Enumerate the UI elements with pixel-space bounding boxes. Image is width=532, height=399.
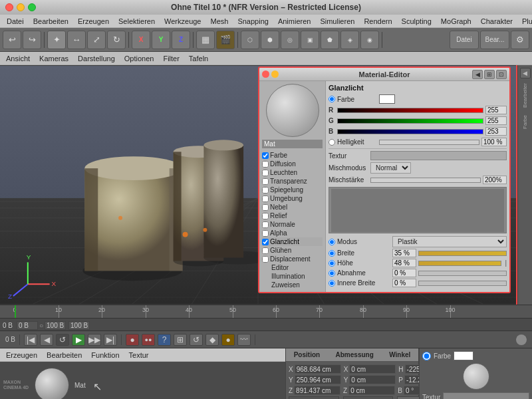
me-inner-value[interactable]	[392, 279, 416, 287]
me-bright-value[interactable]	[481, 138, 507, 146]
tr-goto-start[interactable]: |◀	[24, 334, 37, 346]
ch-illumination[interactable]: Illumination	[262, 272, 323, 281]
me-farbe-radio[interactable]	[329, 96, 335, 102]
menu-datei[interactable]: Datei	[3, 17, 28, 26]
me-width-radio[interactable]	[329, 250, 335, 257]
me-min-btn[interactable]	[271, 70, 279, 78]
me-mixmode-select[interactable]: Normal	[370, 162, 411, 174]
tr-play-btn[interactable]: ▶	[72, 334, 85, 346]
me-r-value[interactable]	[485, 106, 507, 114]
tr-motion-btn[interactable]: 〰	[237, 334, 251, 346]
ch-diffusion-check[interactable]	[262, 161, 269, 168]
menu-selektieren[interactable]: Selektieren	[114, 17, 159, 26]
menu-bearbeiten[interactable]: Bearbeiten	[29, 17, 72, 26]
tb2-filter[interactable]: Filter	[160, 54, 182, 63]
ch-glanzlicht[interactable]: Glanzlicht	[262, 237, 323, 246]
me-textur-slot[interactable]	[370, 151, 507, 160]
obj7-btn[interactable]: ◉	[360, 31, 379, 49]
me-falloff-slider[interactable]	[418, 271, 507, 276]
ch-zuweisen[interactable]: Zuweisen	[262, 281, 323, 289]
tb2-darstellung[interactable]: Darstellung	[74, 54, 118, 63]
tr-keyframe-btn[interactable]: ◆	[205, 334, 219, 346]
tb2-optionen[interactable]: Optionen	[121, 54, 158, 63]
pos-z-input[interactable]	[294, 386, 340, 395]
tr-rec2-btn[interactable]: ●●	[142, 334, 155, 346]
tr-loop-btn[interactable]: ↺	[190, 334, 203, 346]
menu-werkzeuge[interactable]: Werkzeuge	[160, 17, 205, 26]
me-height-radio[interactable]	[329, 260, 335, 267]
ch-nebel[interactable]: Nebel	[262, 203, 323, 211]
close-button[interactable]	[5, 3, 13, 11]
pos-xsize-input[interactable]	[349, 364, 396, 374]
ch-spiegel-check[interactable]	[262, 187, 269, 194]
me-nav-left-icon[interactable]: ◀	[472, 70, 483, 79]
scale-btn[interactable]: ⤢	[87, 31, 106, 49]
maximize-button[interactable]	[28, 3, 36, 11]
obj1-btn[interactable]: ⬡	[241, 31, 259, 49]
farbe-swatch[interactable]	[454, 351, 473, 360]
me-modus-radio[interactable]	[329, 239, 335, 245]
menu-mograph[interactable]: MoGraph	[437, 17, 475, 26]
ch-displacement[interactable]: Displacement	[262, 255, 323, 263]
ch-diffusion[interactable]: Diffusion	[262, 160, 323, 168]
tl-end-input[interactable]	[68, 321, 90, 330]
me-height-value[interactable]	[392, 259, 416, 267]
undo-btn[interactable]: ↩	[3, 31, 21, 49]
ch-displ-check[interactable]	[262, 256, 269, 263]
ch-norm-check[interactable]	[262, 221, 269, 228]
ch-umgebung[interactable]: Umgebung	[262, 194, 323, 203]
tr-record-btn[interactable]: ●	[221, 334, 235, 346]
rp-btn1[interactable]: ◀	[520, 68, 531, 78]
ch-trans-check[interactable]	[262, 178, 269, 185]
material-editor-titlebar[interactable]: Material-Editor ◀ ⊞ ⊡	[259, 68, 509, 81]
me-width-slider[interactable]	[418, 251, 507, 256]
tr-goto-end[interactable]: ▶|	[104, 334, 117, 346]
material-ball-preview[interactable]	[35, 368, 69, 399]
menu-rendern[interactable]: Rendern	[360, 17, 396, 26]
me-g-slider[interactable]	[337, 118, 483, 124]
render-region-btn[interactable]: ▦	[196, 31, 215, 49]
datei-btn[interactable]: Datei	[450, 31, 479, 49]
tr-snap-btn[interactable]: ⊞	[174, 334, 187, 346]
me-nav-icon2[interactable]: ⊡	[496, 70, 507, 79]
ch-farbe-check[interactable]	[262, 152, 269, 159]
me-falloff-value[interactable]	[392, 269, 416, 277]
ch-spiegelung[interactable]: Spiegelung	[262, 186, 323, 194]
bt-textur[interactable]: Textur	[126, 350, 152, 360]
ch-glanz-check[interactable]	[262, 239, 269, 245]
tr-help-btn[interactable]: ?	[158, 334, 171, 346]
me-b-slider[interactable]	[337, 129, 483, 134]
tr-step-fwd[interactable]: ↺	[56, 334, 69, 346]
tb2-kameras[interactable]: Kameras	[36, 54, 72, 63]
tb2-ansicht[interactable]: Ansicht	[3, 54, 33, 63]
pos-zsize-input[interactable]	[348, 386, 395, 395]
ch-relief-check[interactable]	[262, 213, 269, 219]
me-inner-slider[interactable]	[418, 281, 507, 286]
render-btn[interactable]: 🎬	[216, 31, 235, 49]
move-btn[interactable]: ↔	[67, 31, 86, 49]
timeline-track[interactable]: 0 10 20 30 40 50 60 70 80 90 100	[0, 305, 532, 319]
me-width-value[interactable]	[392, 249, 416, 257]
bt-erzeugen[interactable]: Erzeugen	[3, 350, 41, 360]
menu-erzeugen[interactable]: Erzeugen	[74, 17, 113, 26]
ch-alpha[interactable]: Alpha	[262, 229, 323, 237]
menu-plugins[interactable]: Plug-ins	[518, 17, 532, 26]
me-g-value[interactable]	[485, 116, 507, 125]
pos-size-select[interactable]: Abmessung	[343, 396, 393, 399]
ch-glueh-check[interactable]	[262, 247, 269, 254]
me-height-slider[interactable]	[418, 261, 501, 266]
me-falloff-radio[interactable]	[329, 270, 335, 277]
ch-gluehen[interactable]: Glühen	[262, 246, 323, 255]
me-nav-icon1[interactable]: ⊞	[484, 70, 495, 79]
x-axis-btn[interactable]: X	[132, 31, 150, 49]
obj6-btn[interactable]: ◈	[340, 31, 359, 49]
tb2-tafeln[interactable]: Tafeln	[186, 54, 211, 63]
tl-frame-input[interactable]	[17, 321, 38, 330]
redo-btn[interactable]: ↪	[23, 31, 41, 49]
bearbeiten-btn2[interactable]: Bear...	[480, 31, 509, 49]
rotate-btn[interactable]: ↻	[107, 31, 126, 49]
pos-x-input[interactable]	[295, 364, 341, 374]
me-mixstrength-value[interactable]	[483, 176, 507, 184]
tl-fps-input[interactable]	[45, 321, 66, 330]
settings-btn[interactable]: ⚙	[511, 31, 529, 49]
